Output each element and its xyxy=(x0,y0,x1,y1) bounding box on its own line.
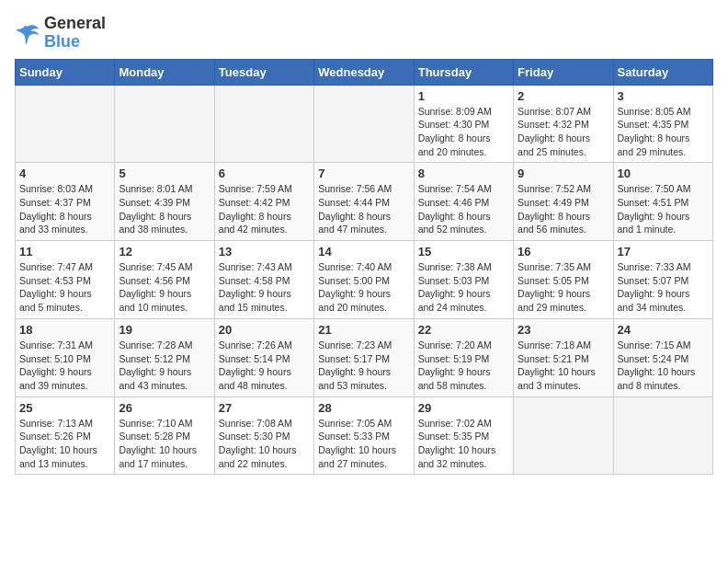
weekday-header: Monday xyxy=(115,59,214,85)
calendar-day-cell: 1Sunrise: 8:09 AM Sunset: 4:30 PM Daylig… xyxy=(414,85,513,163)
calendar-day-cell: 22Sunrise: 7:20 AM Sunset: 5:19 PM Dayli… xyxy=(414,318,513,396)
calendar-day-cell: 18Sunrise: 7:31 AM Sunset: 5:10 PM Dayli… xyxy=(16,318,115,396)
day-number: 29 xyxy=(418,401,509,415)
day-info: Sunrise: 7:20 AM Sunset: 5:19 PM Dayligh… xyxy=(418,339,509,393)
calendar-day-cell: 4Sunrise: 8:03 AM Sunset: 4:37 PM Daylig… xyxy=(16,163,115,241)
calendar-day-cell xyxy=(314,85,414,163)
day-info: Sunrise: 7:52 AM Sunset: 4:49 PM Dayligh… xyxy=(518,182,609,236)
day-info: Sunrise: 7:56 AM Sunset: 4:44 PM Dayligh… xyxy=(318,182,409,236)
day-number: 19 xyxy=(119,323,210,337)
day-info: Sunrise: 7:23 AM Sunset: 5:17 PM Dayligh… xyxy=(318,339,409,393)
calendar-day-cell: 16Sunrise: 7:35 AM Sunset: 5:05 PM Dayli… xyxy=(514,241,613,319)
day-number: 27 xyxy=(219,401,310,415)
day-number: 14 xyxy=(318,245,409,259)
calendar-day-cell: 2Sunrise: 8:07 AM Sunset: 4:32 PM Daylig… xyxy=(514,85,613,163)
calendar-week-row: 18Sunrise: 7:31 AM Sunset: 5:10 PM Dayli… xyxy=(16,318,713,396)
day-number: 5 xyxy=(119,167,210,180)
day-info: Sunrise: 7:40 AM Sunset: 5:00 PM Dayligh… xyxy=(318,260,409,315)
day-info: Sunrise: 7:26 AM Sunset: 5:14 PM Dayligh… xyxy=(219,339,310,393)
calendar-day-cell: 5Sunrise: 8:01 AM Sunset: 4:39 PM Daylig… xyxy=(115,163,214,241)
day-info: Sunrise: 7:31 AM Sunset: 5:10 PM Dayligh… xyxy=(19,339,110,393)
calendar-day-cell: 20Sunrise: 7:26 AM Sunset: 5:14 PM Dayli… xyxy=(214,318,313,396)
calendar-day-cell: 10Sunrise: 7:50 AM Sunset: 4:51 PM Dayli… xyxy=(613,163,712,241)
calendar-day-cell: 19Sunrise: 7:28 AM Sunset: 5:12 PM Dayli… xyxy=(115,318,214,396)
day-info: Sunrise: 7:05 AM Sunset: 5:33 PM Dayligh… xyxy=(318,417,409,471)
calendar-day-cell: 26Sunrise: 7:10 AM Sunset: 5:28 PM Dayli… xyxy=(115,396,214,475)
day-info: Sunrise: 7:02 AM Sunset: 5:35 PM Dayligh… xyxy=(418,417,509,471)
day-number: 20 xyxy=(219,323,310,337)
day-number: 6 xyxy=(219,167,310,180)
page-header: General Blue xyxy=(15,15,713,52)
weekday-header: Thursday xyxy=(414,59,513,85)
day-number: 12 xyxy=(119,245,210,259)
day-number: 8 xyxy=(418,167,509,180)
day-number: 13 xyxy=(219,245,310,259)
calendar-day-cell: 6Sunrise: 7:59 AM Sunset: 4:42 PM Daylig… xyxy=(214,163,313,241)
logo: General Blue xyxy=(15,15,106,52)
weekday-header: Friday xyxy=(514,59,613,85)
weekday-header: Saturday xyxy=(613,59,712,85)
day-info: Sunrise: 7:54 AM Sunset: 4:46 PM Dayligh… xyxy=(418,182,509,236)
day-number: 17 xyxy=(618,245,709,259)
day-info: Sunrise: 8:07 AM Sunset: 4:32 PM Dayligh… xyxy=(518,105,609,159)
calendar-day-cell: 23Sunrise: 7:18 AM Sunset: 5:21 PM Dayli… xyxy=(514,318,613,396)
calendar-day-cell xyxy=(613,396,712,475)
day-info: Sunrise: 7:45 AM Sunset: 4:56 PM Dayligh… xyxy=(119,260,210,315)
calendar-day-cell: 8Sunrise: 7:54 AM Sunset: 4:46 PM Daylig… xyxy=(414,163,513,241)
calendar-day-cell xyxy=(214,85,313,163)
logo-text: General Blue xyxy=(44,15,106,52)
calendar-day-cell: 28Sunrise: 7:05 AM Sunset: 5:33 PM Dayli… xyxy=(314,396,414,475)
day-number: 15 xyxy=(418,245,509,259)
weekday-header: Wednesday xyxy=(314,59,414,85)
calendar-header-row: SundayMondayTuesdayWednesdayThursdayFrid… xyxy=(16,59,713,85)
day-number: 24 xyxy=(618,323,709,337)
day-number: 7 xyxy=(318,167,409,180)
calendar-day-cell: 29Sunrise: 7:02 AM Sunset: 5:35 PM Dayli… xyxy=(414,396,513,475)
day-number: 25 xyxy=(19,401,110,415)
day-info: Sunrise: 7:10 AM Sunset: 5:28 PM Dayligh… xyxy=(119,417,210,471)
day-number: 4 xyxy=(19,167,110,180)
calendar-day-cell xyxy=(115,85,214,163)
calendar-week-row: 1Sunrise: 8:09 AM Sunset: 4:30 PM Daylig… xyxy=(16,85,713,163)
day-info: Sunrise: 7:08 AM Sunset: 5:30 PM Dayligh… xyxy=(219,417,310,471)
calendar-day-cell: 24Sunrise: 7:15 AM Sunset: 5:24 PM Dayli… xyxy=(613,318,712,396)
day-info: Sunrise: 7:15 AM Sunset: 5:24 PM Dayligh… xyxy=(618,339,709,393)
day-number: 2 xyxy=(518,89,609,103)
calendar-day-cell: 11Sunrise: 7:47 AM Sunset: 4:53 PM Dayli… xyxy=(16,241,115,319)
day-number: 21 xyxy=(318,323,409,337)
day-info: Sunrise: 7:50 AM Sunset: 4:51 PM Dayligh… xyxy=(618,182,709,236)
day-info: Sunrise: 8:01 AM Sunset: 4:39 PM Dayligh… xyxy=(119,182,210,236)
weekday-header: Tuesday xyxy=(214,59,313,85)
weekday-header: Sunday xyxy=(16,59,115,85)
calendar-day-cell: 7Sunrise: 7:56 AM Sunset: 4:44 PM Daylig… xyxy=(314,163,414,241)
calendar-day-cell: 13Sunrise: 7:43 AM Sunset: 4:58 PM Dayli… xyxy=(214,241,313,319)
day-number: 28 xyxy=(318,401,409,415)
day-number: 10 xyxy=(618,167,709,180)
calendar-day-cell xyxy=(16,85,115,163)
day-info: Sunrise: 7:28 AM Sunset: 5:12 PM Dayligh… xyxy=(119,339,210,393)
day-info: Sunrise: 7:47 AM Sunset: 4:53 PM Dayligh… xyxy=(19,260,110,315)
logo-bird-icon xyxy=(15,20,40,46)
day-number: 3 xyxy=(618,89,709,103)
calendar-table: SundayMondayTuesdayWednesdayThursdayFrid… xyxy=(15,59,713,476)
calendar-week-row: 25Sunrise: 7:13 AM Sunset: 5:26 PM Dayli… xyxy=(16,396,713,475)
day-number: 22 xyxy=(418,323,509,337)
calendar-day-cell: 27Sunrise: 7:08 AM Sunset: 5:30 PM Dayli… xyxy=(214,396,313,475)
day-number: 23 xyxy=(518,323,609,337)
day-info: Sunrise: 7:38 AM Sunset: 5:03 PM Dayligh… xyxy=(418,260,509,315)
day-number: 9 xyxy=(518,167,609,180)
day-info: Sunrise: 7:43 AM Sunset: 4:58 PM Dayligh… xyxy=(219,260,310,315)
day-info: Sunrise: 7:33 AM Sunset: 5:07 PM Dayligh… xyxy=(618,260,709,315)
calendar-day-cell: 12Sunrise: 7:45 AM Sunset: 4:56 PM Dayli… xyxy=(115,241,214,319)
calendar-day-cell: 3Sunrise: 8:05 AM Sunset: 4:35 PM Daylig… xyxy=(613,85,712,163)
calendar-day-cell: 25Sunrise: 7:13 AM Sunset: 5:26 PM Dayli… xyxy=(16,396,115,475)
day-info: Sunrise: 8:09 AM Sunset: 4:30 PM Dayligh… xyxy=(418,105,509,159)
calendar-day-cell: 15Sunrise: 7:38 AM Sunset: 5:03 PM Dayli… xyxy=(414,241,513,319)
calendar-day-cell: 9Sunrise: 7:52 AM Sunset: 4:49 PM Daylig… xyxy=(514,163,613,241)
day-number: 11 xyxy=(19,245,110,259)
day-info: Sunrise: 8:03 AM Sunset: 4:37 PM Dayligh… xyxy=(19,182,110,236)
day-info: Sunrise: 7:35 AM Sunset: 5:05 PM Dayligh… xyxy=(518,260,609,315)
calendar-day-cell xyxy=(514,396,613,475)
day-number: 16 xyxy=(518,245,609,259)
day-number: 1 xyxy=(418,89,509,103)
